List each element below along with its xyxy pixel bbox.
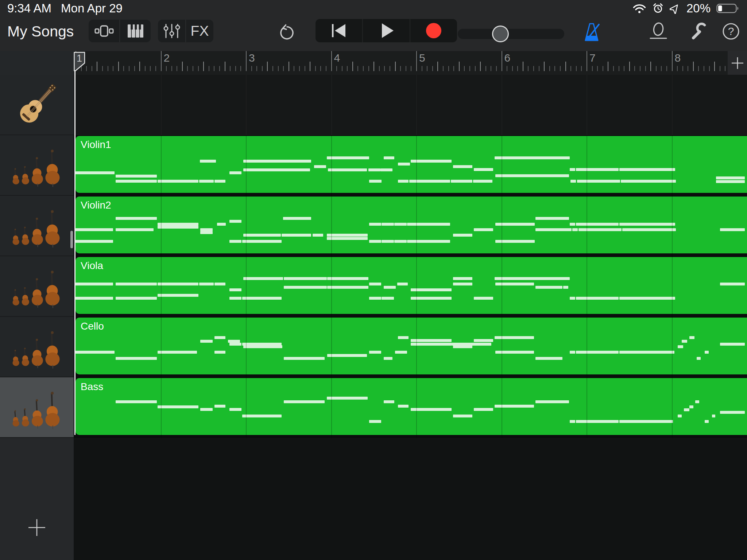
midi-note[interactable] bbox=[563, 286, 569, 289]
midi-note[interactable] bbox=[217, 223, 226, 226]
midi-note[interactable] bbox=[158, 223, 198, 226]
midi-note[interactable] bbox=[327, 286, 368, 289]
midi-note[interactable] bbox=[369, 351, 381, 354]
midi-note[interactable] bbox=[619, 297, 675, 300]
midi-note[interactable] bbox=[619, 168, 675, 171]
midi-note[interactable] bbox=[284, 357, 325, 360]
track-header-bass[interactable] bbox=[0, 377, 74, 438]
midi-note[interactable] bbox=[474, 168, 493, 171]
midi-note[interactable] bbox=[200, 340, 212, 343]
midi-note[interactable] bbox=[229, 297, 241, 300]
midi-note[interactable] bbox=[398, 336, 409, 339]
midi-note[interactable] bbox=[200, 160, 216, 163]
midi-note[interactable] bbox=[199, 283, 214, 285]
midi-note[interactable] bbox=[243, 277, 283, 280]
midi-note[interactable] bbox=[158, 405, 198, 408]
midi-note[interactable] bbox=[570, 420, 575, 423]
midi-note[interactable] bbox=[570, 223, 575, 226]
midi-note[interactable] bbox=[214, 351, 225, 354]
midi-note[interactable] bbox=[395, 351, 407, 354]
midi-note[interactable] bbox=[535, 357, 562, 360]
midi-note[interactable] bbox=[720, 283, 745, 285]
track-header-violin1[interactable] bbox=[0, 135, 74, 196]
midi-note[interactable] bbox=[76, 283, 113, 285]
midi-note[interactable] bbox=[474, 228, 493, 231]
midi-note[interactable] bbox=[576, 223, 619, 226]
midi-note[interactable] bbox=[535, 400, 569, 403]
midi-note[interactable] bbox=[495, 336, 534, 339]
midi-note[interactable] bbox=[229, 220, 241, 223]
rewind-button[interactable] bbox=[316, 19, 362, 42]
midi-note[interactable] bbox=[314, 165, 326, 168]
timeline-empty-area[interactable] bbox=[74, 438, 747, 560]
region-viola[interactable]: Viola bbox=[76, 257, 747, 314]
midi-note[interactable] bbox=[535, 217, 569, 220]
midi-note[interactable] bbox=[669, 420, 673, 423]
midi-note[interactable] bbox=[473, 180, 492, 183]
track-header-viola[interactable] bbox=[0, 256, 74, 317]
tracks-timeline[interactable]: Violin1Violin2ViolaCelloBass bbox=[74, 75, 747, 560]
midi-note[interactable] bbox=[242, 297, 282, 300]
midi-note[interactable] bbox=[284, 286, 327, 289]
midi-note[interactable] bbox=[284, 277, 327, 280]
settings-button[interactable] bbox=[689, 22, 708, 41]
midi-note[interactable] bbox=[369, 240, 381, 243]
midi-note[interactable] bbox=[451, 180, 472, 183]
midi-note[interactable] bbox=[407, 240, 450, 243]
midi-note[interactable] bbox=[474, 297, 493, 300]
midi-note[interactable] bbox=[76, 297, 113, 300]
midi-note[interactable] bbox=[398, 405, 409, 408]
midi-note[interactable] bbox=[394, 240, 406, 243]
midi-note[interactable] bbox=[695, 400, 699, 403]
midi-note[interactable] bbox=[369, 180, 382, 183]
metronome-button[interactable] bbox=[581, 22, 602, 42]
midi-note[interactable] bbox=[116, 297, 156, 300]
track-list-scrollbar[interactable] bbox=[70, 231, 73, 248]
midi-note[interactable] bbox=[199, 180, 214, 183]
midi-note[interactable] bbox=[398, 163, 410, 166]
midi-note[interactable] bbox=[384, 286, 396, 289]
midi-note[interactable] bbox=[116, 228, 153, 231]
midi-note[interactable] bbox=[570, 168, 575, 171]
midi-note[interactable] bbox=[284, 400, 325, 403]
midi-note[interactable] bbox=[327, 354, 367, 357]
midi-note[interactable] bbox=[495, 156, 570, 159]
midi-note[interactable] bbox=[116, 357, 156, 360]
midi-note[interactable] bbox=[116, 217, 156, 220]
midi-note[interactable] bbox=[716, 176, 745, 179]
midi-note[interactable] bbox=[495, 277, 570, 280]
midi-note[interactable] bbox=[327, 237, 368, 240]
midi-note[interactable] bbox=[369, 297, 381, 300]
midi-note[interactable] bbox=[116, 283, 156, 285]
midi-note[interactable] bbox=[380, 168, 392, 171]
playhead-line[interactable] bbox=[74, 70, 76, 435]
midi-note[interactable] bbox=[76, 228, 113, 231]
volume-slider[interactable] bbox=[458, 29, 564, 39]
region-violin1[interactable]: Violin1 bbox=[76, 136, 747, 193]
midi-note[interactable] bbox=[200, 408, 212, 411]
midi-note[interactable] bbox=[474, 339, 493, 342]
midi-note[interactable] bbox=[407, 223, 450, 226]
tracks-view-button[interactable] bbox=[89, 20, 119, 42]
region-bass[interactable]: Bass bbox=[76, 378, 747, 435]
midi-note[interactable] bbox=[394, 223, 406, 226]
midi-note[interactable] bbox=[535, 286, 562, 289]
midi-note[interactable] bbox=[570, 297, 575, 300]
midi-note[interactable] bbox=[684, 408, 689, 411]
midi-note[interactable] bbox=[397, 283, 408, 285]
midi-note[interactable] bbox=[409, 180, 450, 183]
midi-note[interactable] bbox=[200, 231, 212, 234]
midi-note[interactable] bbox=[229, 240, 241, 243]
midi-note[interactable] bbox=[619, 420, 670, 423]
midi-note[interactable] bbox=[282, 234, 311, 237]
midi-note[interactable] bbox=[689, 405, 693, 408]
my-songs-button[interactable]: My Songs bbox=[7, 20, 74, 42]
midi-note[interactable] bbox=[76, 171, 115, 174]
midi-note[interactable] bbox=[229, 343, 241, 346]
midi-note[interactable] bbox=[576, 297, 619, 300]
midi-note[interactable] bbox=[535, 228, 572, 231]
midi-note[interactable] bbox=[214, 180, 225, 183]
midi-note[interactable] bbox=[327, 277, 368, 280]
midi-note[interactable] bbox=[243, 160, 311, 163]
midi-note[interactable] bbox=[243, 234, 281, 237]
